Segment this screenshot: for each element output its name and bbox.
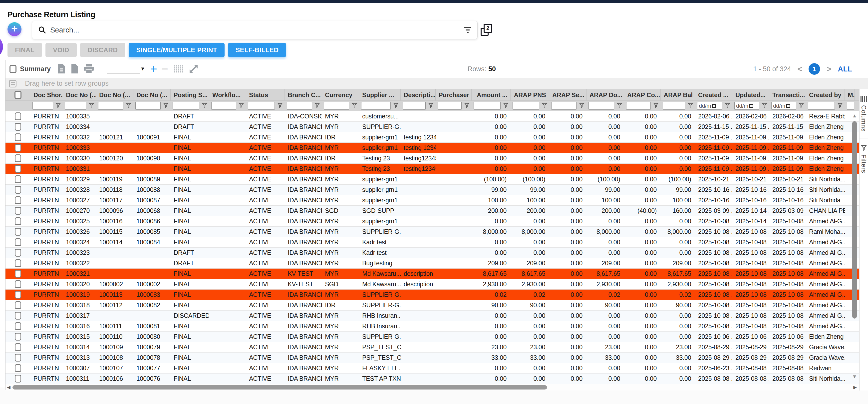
table-row[interactable]: PURRTN100032510001161000086FINALACTIVEID… bbox=[5, 216, 859, 227]
filter-menu-icon[interactable] bbox=[760, 103, 767, 109]
cell-select[interactable] bbox=[5, 352, 30, 363]
cell-select[interactable] bbox=[5, 363, 30, 373]
filter-menu-icon[interactable] bbox=[86, 103, 94, 109]
tab-columns[interactable]: Columns bbox=[860, 89, 868, 138]
table-row[interactable]: PURRTN1000334DRAFTACTIVEIDA BRANCHMYRSUP… bbox=[5, 122, 859, 132]
scroll-left-icon[interactable]: ◀ bbox=[7, 384, 10, 390]
cell-select[interactable] bbox=[5, 227, 30, 237]
filter-menu-icon[interactable] bbox=[199, 103, 207, 109]
add-new-button[interactable]: + bbox=[7, 22, 22, 36]
table-row[interactable]: PURRTN1000333FINALACTIVEIDA BRANCHMYRsup… bbox=[5, 143, 859, 153]
col-header-supplier[interactable]: Supplier ... bbox=[359, 89, 401, 100]
filter-menu-icon[interactable] bbox=[614, 103, 622, 109]
table-row[interactable]: PURRTN100031410001091000079FINALACTIVEID… bbox=[5, 342, 859, 352]
filter-menu-icon[interactable] bbox=[312, 103, 320, 109]
row-checkbox[interactable] bbox=[15, 280, 21, 288]
cell-select[interactable] bbox=[5, 206, 30, 216]
summary-checkbox[interactable] bbox=[9, 65, 17, 73]
row-checkbox[interactable] bbox=[15, 270, 21, 278]
filter-input-arap_co[interactable] bbox=[626, 102, 651, 110]
table-row[interactable]: PURRTN100032710001171000087FINALACTIVEID… bbox=[5, 195, 859, 206]
row-checkbox[interactable] bbox=[15, 228, 21, 236]
row-checkbox[interactable] bbox=[15, 133, 21, 141]
filter-menu-icon[interactable] bbox=[685, 103, 693, 109]
expand-icon[interactable] bbox=[189, 64, 198, 74]
filter-menu-icon[interactable] bbox=[53, 103, 61, 109]
col-header-created_by[interactable]: Created by bbox=[806, 89, 845, 100]
col-header-updated[interactable]: Updated... bbox=[732, 89, 769, 100]
filter-menu-icon[interactable] bbox=[391, 103, 399, 109]
scroll-up-icon[interactable]: ▲ bbox=[852, 113, 857, 118]
table-row[interactable]: PURRTN100032610001151000085FINALACTIVEID… bbox=[5, 227, 859, 237]
col-header-doc_no_3[interactable]: Doc No (... bbox=[133, 89, 170, 100]
table-row[interactable]: PURRTN1000323DRAFTACTIVEIDA BRANCHMYRKad… bbox=[5, 248, 859, 258]
remove-row-icon[interactable]: − bbox=[161, 64, 168, 74]
cell-select[interactable] bbox=[5, 279, 30, 289]
cell-select[interactable] bbox=[5, 311, 30, 321]
row-checkbox[interactable] bbox=[15, 154, 21, 162]
col-header-transaction[interactable]: Transacti... bbox=[769, 89, 806, 100]
filter-menu-icon[interactable] bbox=[161, 103, 168, 109]
table-row[interactable]: PURRTN100030710001071000077FINALACTIVEID… bbox=[5, 363, 859, 374]
row-checkbox[interactable] bbox=[15, 207, 21, 215]
print-icon[interactable] bbox=[84, 64, 94, 74]
table-row[interactable]: PURRTN100031510001101000080FINALACTIVEID… bbox=[5, 332, 859, 342]
col-header-doc_no_2[interactable]: Doc No (... bbox=[96, 89, 133, 100]
horizontal-scroll-thumb[interactable] bbox=[12, 385, 547, 390]
filter-menu-icon[interactable] bbox=[501, 103, 508, 109]
cell-select[interactable] bbox=[5, 289, 30, 300]
filter-input-posting[interactable] bbox=[173, 102, 199, 110]
col-header-select[interactable] bbox=[5, 89, 30, 100]
row-checkbox[interactable] bbox=[15, 238, 21, 246]
filter-date-input-updated[interactable]: dd/m bbox=[734, 102, 760, 110]
self-billed-button[interactable]: SELF-BILLED bbox=[228, 43, 286, 57]
cell-select[interactable] bbox=[5, 185, 30, 195]
filter-input-supplier[interactable] bbox=[361, 102, 391, 110]
cell-select[interactable] bbox=[5, 164, 30, 174]
cell-select[interactable] bbox=[5, 321, 30, 331]
cell-select[interactable] bbox=[5, 195, 30, 206]
cell-select[interactable] bbox=[5, 248, 30, 258]
filter-input-branch[interactable] bbox=[287, 102, 312, 110]
floating-button-partial[interactable] bbox=[0, 35, 3, 59]
row-checkbox[interactable] bbox=[15, 113, 21, 120]
col-header-arap_do[interactable]: ARAP Do... bbox=[587, 89, 624, 100]
saved-views-icon[interactable]: 2 bbox=[480, 24, 492, 36]
filter-input-amount[interactable] bbox=[473, 102, 501, 110]
void-button[interactable]: VOID bbox=[45, 43, 77, 57]
table-row[interactable]: PURRTN100031810001121000082FINALACTIVEID… bbox=[5, 300, 859, 311]
row-checkbox[interactable] bbox=[15, 176, 21, 183]
row-checkbox[interactable] bbox=[15, 354, 21, 362]
cell-select[interactable] bbox=[5, 174, 30, 184]
filter-menu-icon[interactable] bbox=[349, 103, 357, 109]
final-button[interactable]: FINAL bbox=[7, 43, 42, 57]
row-checkbox[interactable] bbox=[15, 144, 21, 152]
row-checkbox[interactable] bbox=[15, 333, 21, 341]
row-checkbox[interactable] bbox=[15, 322, 21, 330]
filter-menu-icon[interactable] bbox=[796, 103, 804, 109]
filter-input-doc_no_3[interactable] bbox=[135, 102, 161, 110]
current-page-button[interactable]: 1 bbox=[809, 63, 820, 75]
search-filter-icon[interactable] bbox=[464, 27, 471, 33]
row-checkbox[interactable] bbox=[15, 375, 21, 382]
cell-select[interactable] bbox=[5, 332, 30, 342]
discard-button[interactable]: DISCARD bbox=[80, 43, 125, 57]
cell-select[interactable] bbox=[5, 216, 30, 226]
filter-input-doc_no_1[interactable] bbox=[65, 102, 86, 110]
tab-filters[interactable]: Filters bbox=[860, 138, 868, 180]
table-row[interactable]: PURRTN1000321FINALACTIVEKV-TESTMYRMd Kaw… bbox=[5, 269, 859, 279]
row-checkbox[interactable] bbox=[15, 364, 21, 372]
filter-menu-icon[interactable] bbox=[236, 103, 244, 109]
cell-select[interactable] bbox=[5, 342, 30, 352]
filter-menu-icon[interactable] bbox=[835, 103, 843, 109]
col-header-arap_pns[interactable]: ARAP PNS bbox=[510, 89, 549, 100]
filter-input-status[interactable] bbox=[248, 102, 275, 110]
col-header-created[interactable]: Created ... bbox=[695, 89, 732, 100]
cell-select[interactable] bbox=[5, 143, 30, 153]
col-header-status[interactable]: Status bbox=[246, 89, 285, 100]
col-header-arap_co[interactable]: ARAP Co... bbox=[624, 89, 661, 100]
row-checkbox[interactable] bbox=[15, 217, 21, 225]
cell-select[interactable] bbox=[5, 258, 30, 268]
table-row[interactable]: PURRTN100033210001211000091FINALACTIVEID… bbox=[5, 132, 859, 143]
table-row[interactable]: PURRTN100032010000021000002FINALACTIVEKV… bbox=[5, 279, 859, 289]
